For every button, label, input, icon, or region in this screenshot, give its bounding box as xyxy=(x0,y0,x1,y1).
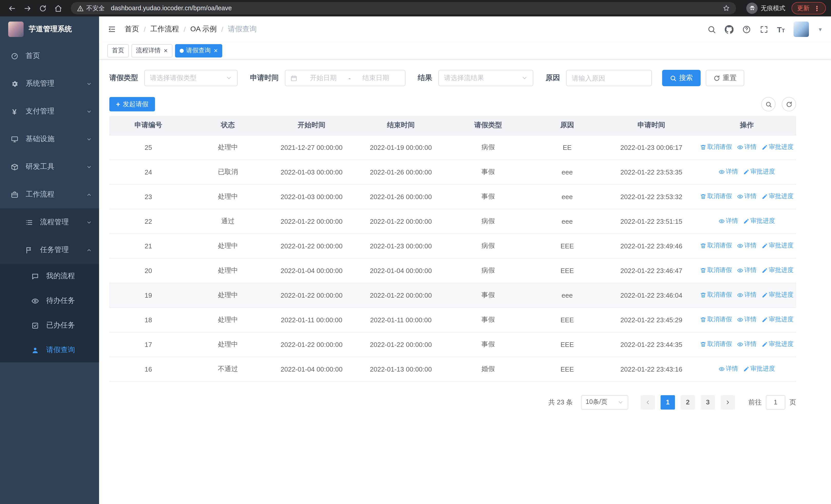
detail-link[interactable]: 详情 xyxy=(737,291,756,299)
close-icon[interactable]: × xyxy=(164,47,168,54)
detail-link[interactable]: 详情 xyxy=(737,192,756,201)
next-page-button[interactable] xyxy=(721,395,735,409)
cancel-leave-link[interactable]: 取消请假 xyxy=(700,316,732,324)
cancel-leave-link[interactable]: 取消请假 xyxy=(700,266,732,275)
detail-link[interactable]: 详情 xyxy=(737,266,756,275)
approval-progress-link[interactable]: 审批进度 xyxy=(762,316,794,324)
toggle-search-button[interactable] xyxy=(761,97,776,111)
approval-progress-link[interactable]: 审批进度 xyxy=(762,340,794,349)
cancel-leave-link[interactable]: 取消请假 xyxy=(700,241,732,250)
approval-progress-link[interactable]: 审批进度 xyxy=(762,143,794,152)
cancel-leave-link[interactable]: 取消请假 xyxy=(700,192,732,201)
security-warning[interactable]: 不安全 xyxy=(77,4,105,12)
detail-link[interactable]: 详情 xyxy=(719,217,738,226)
sidebar-item[interactable]: 首页 xyxy=(0,42,99,70)
cell-leave-type: 事假 xyxy=(447,159,529,184)
approval-progress-link[interactable]: 审批进度 xyxy=(762,266,794,275)
reason-input[interactable] xyxy=(566,70,652,86)
browser-menu-icon[interactable]: ⋮ xyxy=(813,4,820,12)
page-size-select[interactable]: 10条/页 xyxy=(581,395,628,409)
font-size-icon[interactable]: TT xyxy=(777,25,785,34)
table-row[interactable]: 19处理中2022-01-22 00:00:002022-01-22 00:00… xyxy=(109,283,796,307)
approval-progress-link[interactable]: 审批进度 xyxy=(743,217,775,226)
help-icon[interactable] xyxy=(742,25,751,34)
sidebar-item[interactable]: 任务管理 xyxy=(0,236,99,264)
cancel-leave-link[interactable]: 取消请假 xyxy=(700,340,732,349)
detail-link[interactable]: 详情 xyxy=(737,316,756,324)
table-row[interactable]: 22通过2022-01-22 00:00:002022-01-22 00:00:… xyxy=(109,209,796,234)
sidebar-item[interactable]: 已办任务 xyxy=(0,313,99,338)
approval-progress-link[interactable]: 审批进度 xyxy=(743,168,775,176)
apply-time-range-picker[interactable]: 开始日期 - 结束日期 xyxy=(285,70,405,86)
result-select[interactable]: 请选择流结果 xyxy=(438,70,533,86)
breadcrumb-item[interactable]: 工作流程 xyxy=(150,25,179,34)
sidebar-item[interactable]: 研发工具 xyxy=(0,153,99,181)
browser-refresh-button[interactable] xyxy=(36,2,49,15)
search-button[interactable]: 搜索 xyxy=(662,70,700,86)
approval-progress-link[interactable]: 审批进度 xyxy=(762,241,794,250)
goto-page-input[interactable] xyxy=(766,395,785,409)
sidebar-item[interactable]: 待办任务 xyxy=(0,289,99,313)
page-number-button[interactable]: 3 xyxy=(700,395,715,409)
detail-link[interactable]: 详情 xyxy=(737,340,756,349)
reset-button[interactable]: 重置 xyxy=(706,70,744,86)
sidebar-item[interactable]: 我的流程 xyxy=(0,264,99,289)
sidebar-item[interactable]: 工作流程 xyxy=(0,181,99,208)
bookmark-star-icon[interactable] xyxy=(723,5,730,12)
table-row[interactable]: 16不通过2022-01-04 00:00:002022-01-13 00:00… xyxy=(109,357,796,381)
table-row[interactable]: 21处理中2022-01-22 00:00:002022-01-23 00:00… xyxy=(109,234,796,258)
tags-view-item[interactable]: 首页 xyxy=(107,44,129,57)
browser-back-button[interactable] xyxy=(5,2,19,15)
table-row[interactable]: 24已取消2022-01-03 00:00:002022-01-26 00:00… xyxy=(109,159,796,184)
close-icon[interactable]: × xyxy=(214,47,218,54)
table-row[interactable]: 23处理中2022-01-03 00:00:002022-01-26 00:00… xyxy=(109,184,796,209)
page-number-button[interactable]: 2 xyxy=(681,395,695,409)
cancel-leave-link[interactable]: 取消请假 xyxy=(700,291,732,299)
detail-link[interactable]: 详情 xyxy=(737,241,756,250)
detail-link[interactable]: 详情 xyxy=(719,365,738,374)
user-avatar[interactable] xyxy=(794,22,809,37)
sidebar-item[interactable]: 系统管理 xyxy=(0,70,99,97)
browser-update-button[interactable]: 更新 ⋮ xyxy=(792,2,826,14)
leave-type-select[interactable]: 请选择请假类型 xyxy=(144,70,238,86)
table-row[interactable]: 18处理中2022-01-11 00:00:002022-01-11 00:00… xyxy=(109,307,796,332)
fullscreen-icon[interactable] xyxy=(760,25,768,34)
sidebar-item[interactable]: ¥支付管理 xyxy=(0,97,99,125)
cell-leave-type: 事假 xyxy=(447,307,529,332)
monitor-icon xyxy=(10,135,19,143)
app-logo-row[interactable]: 芋道管理系统 xyxy=(0,17,99,42)
url-bar[interactable]: 不安全 dashboard.yudao.iocoder.cn/bpm/oa/le… xyxy=(71,2,736,14)
tags-bar: 首页流程详情×请假查询× xyxy=(99,42,831,60)
sidebar-item[interactable]: 基础设施 xyxy=(0,125,99,153)
approval-progress-link[interactable]: 审批进度 xyxy=(762,291,794,299)
sidebar-item[interactable]: 请假查询 xyxy=(0,338,99,362)
browser-home-button[interactable] xyxy=(51,2,65,15)
breadcrumb-item[interactable]: 首页 xyxy=(125,25,139,34)
search-icon[interactable] xyxy=(707,25,716,34)
cancel-leave-link-label: 取消请假 xyxy=(707,340,732,349)
approval-progress-link[interactable]: 审批进度 xyxy=(743,365,775,374)
table-header-row: 申请编号状态开始时间结束时间请假类型原因申请时间操作 xyxy=(109,116,796,135)
chevron-down-icon xyxy=(86,136,92,142)
approval-progress-link-label: 审批进度 xyxy=(769,241,794,250)
page-number-button[interactable]: 1 xyxy=(661,395,675,409)
detail-link[interactable]: 详情 xyxy=(737,143,756,152)
github-icon[interactable] xyxy=(725,25,734,34)
create-leave-button[interactable]: + 发起请假 xyxy=(109,97,155,111)
tags-view-item[interactable]: 流程详情× xyxy=(132,44,172,57)
table-row[interactable]: 17处理中2022-01-22 00:00:002022-01-22 00:00… xyxy=(109,332,796,357)
cancel-leave-link[interactable]: 取消请假 xyxy=(700,143,732,152)
sidebar-item[interactable]: 流程管理 xyxy=(0,208,99,236)
browser-forward-button[interactable] xyxy=(21,2,34,15)
refresh-table-button[interactable] xyxy=(782,97,796,111)
flag-icon xyxy=(25,246,33,254)
detail-link[interactable]: 详情 xyxy=(719,168,738,176)
prev-page-button[interactable] xyxy=(640,395,655,409)
tags-view-item[interactable]: 请假查询× xyxy=(175,44,222,57)
table-row[interactable]: 25处理中2021-12-27 00:00:002022-01-19 00:00… xyxy=(109,135,796,159)
table-row[interactable]: 20处理中2022-01-04 00:00:002022-01-04 00:00… xyxy=(109,258,796,283)
hamburger-icon[interactable] xyxy=(107,25,116,34)
avatar-caret-icon[interactable]: ▼ xyxy=(818,26,823,32)
approval-progress-link[interactable]: 审批进度 xyxy=(762,192,794,201)
breadcrumb-item[interactable]: OA 示例 xyxy=(191,25,217,34)
